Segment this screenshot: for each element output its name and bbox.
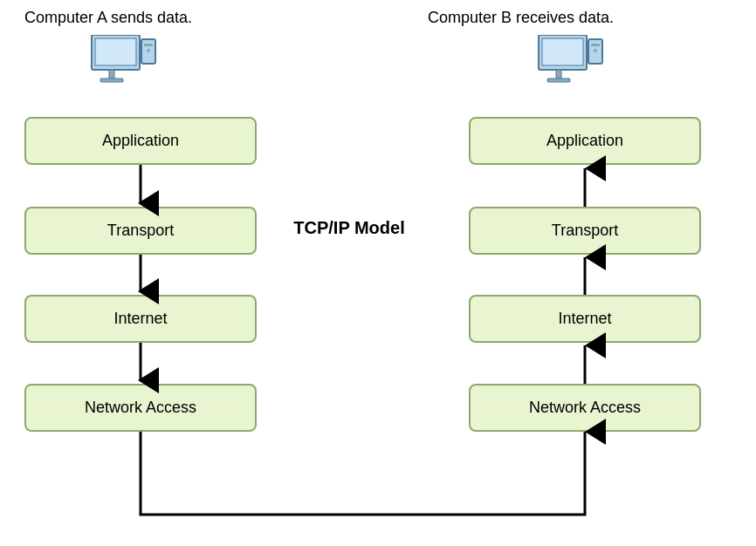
a-transport-box: Transport [24,207,257,255]
b-application-label: Application [546,132,623,150]
a-network-access-box: Network Access [24,384,257,432]
diagram-container: Computer A sends data. Computer B receiv… [0,0,756,546]
b-transport-box: Transport [469,207,701,255]
a-application-box: Application [24,117,257,165]
b-internet-label: Internet [558,310,611,328]
a-application-label: Application [102,132,179,150]
computer-a-label: Computer A sends data. [24,9,192,27]
svg-rect-9 [556,70,561,78]
b-transport-label: Transport [552,222,618,240]
svg-rect-10 [547,78,570,82]
svg-point-6 [147,49,150,52]
b-network-access-box: Network Access [469,384,701,432]
b-application-box: Application [469,117,701,165]
svg-point-13 [594,49,597,52]
svg-rect-8 [542,38,583,65]
a-internet-label: Internet [113,310,167,328]
computer-b-label: Computer B receives data. [428,9,614,27]
svg-rect-12 [591,44,600,46]
svg-rect-3 [100,78,123,82]
computer-b-icon [534,35,604,99]
tcpip-model-label: TCP/IP Model [279,218,419,238]
a-internet-box: Internet [24,295,257,343]
svg-rect-5 [144,44,153,46]
computer-a-icon [87,35,157,99]
b-network-label: Network Access [529,399,641,417]
a-network-label: Network Access [85,399,196,417]
b-internet-box: Internet [469,295,701,343]
svg-rect-2 [109,70,114,78]
a-transport-label: Transport [107,222,174,240]
svg-rect-1 [95,38,136,65]
